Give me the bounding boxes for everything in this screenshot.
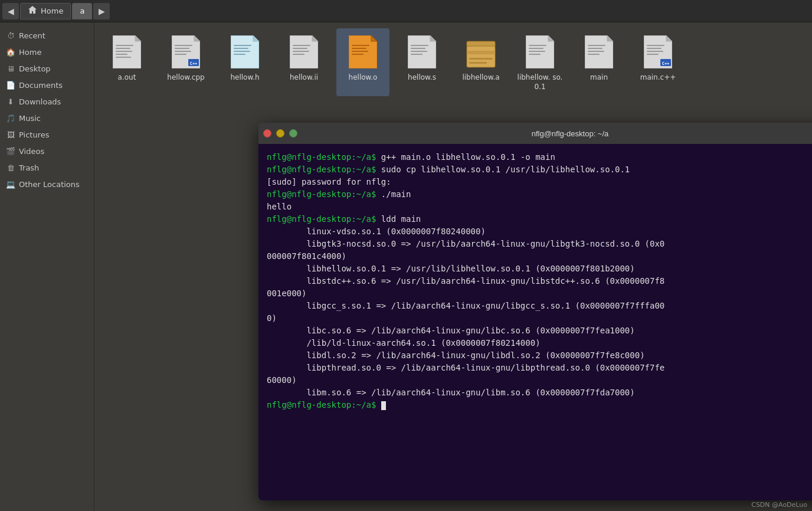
svg-marker-45 — [548, 35, 554, 41]
sidebar-label-home: Home — [19, 48, 41, 57]
file-label-main: main — [590, 73, 608, 83]
sidebar-label-videos: Videos — [19, 147, 44, 156]
term-line-12: libc.so.6 => /lib/aarch64-linux-gnu/libc… — [267, 325, 812, 337]
terminal-cursor — [381, 401, 386, 410]
svg-rect-55 — [588, 54, 600, 55]
desktop-icon: 🖥 — [6, 64, 15, 73]
svg-marker-51 — [607, 35, 613, 41]
term-cmd-4: ./main — [376, 189, 411, 199]
file-item-libhellow-a[interactable]: libhellow.a — [454, 28, 508, 96]
term-line-3: [sudo] password for nflg: — [267, 176, 812, 188]
term-line-2: nflg@nflg-desktop:~/a$ sudo cp libhellow… — [267, 163, 812, 176]
top-bar: ◀ Home a ▶ — [0, 0, 812, 22]
file-item-main-cpp[interactable]: C++ main.c++ — [631, 28, 685, 96]
terminal-body[interactable]: nflg@nflg-desktop:~/a$ g++ main.o libhel… — [258, 144, 812, 500]
pictures-icon: 🖼 — [6, 130, 15, 139]
recent-icon: ⏱ — [6, 31, 15, 40]
svg-rect-42 — [469, 58, 493, 60]
tab-home-label: Home — [41, 6, 63, 15]
file-icon-hellow-cpp: C++ — [167, 33, 205, 71]
file-item-hellow-h[interactable]: hellow.h — [218, 28, 271, 96]
back-button[interactable]: ◀ — [2, 3, 19, 19]
svg-rect-5 — [116, 54, 127, 55]
term-line-5: hello — [267, 201, 812, 213]
terminal-window: nflg@nflg-desktop: ~/a nflg@nflg-desktop… — [258, 123, 812, 500]
term-line-4: nflg@nflg-desktop:~/a$ ./main — [267, 188, 812, 201]
sidebar-label-other-locations: Other Locations — [19, 180, 80, 189]
sidebar-item-recent[interactable]: ⏱ Recent — [0, 27, 94, 44]
svg-marker-34 — [430, 35, 436, 41]
term-cmd-last — [376, 400, 381, 410]
file-icon-libhellow-a — [462, 33, 500, 71]
svg-rect-60 — [647, 51, 663, 52]
svg-rect-24 — [293, 48, 307, 49]
music-icon: 🎵 — [6, 113, 15, 123]
home-icon — [28, 5, 37, 17]
svg-rect-17 — [234, 45, 251, 46]
term-line-13: /lib/ld-linux-aarch64.so.1 (0x0000007f80… — [267, 337, 812, 349]
content-area: a.out C++ hellow.cpp — [94, 22, 812, 511]
window-close-button[interactable] — [263, 129, 271, 137]
svg-rect-49 — [529, 54, 541, 55]
sidebar-item-desktop[interactable]: 🖥 Desktop — [0, 60, 94, 77]
other-locations-icon: 💻 — [6, 179, 15, 189]
term-prompt-2: nflg@nflg-desktop:~/a$ — [267, 165, 376, 174]
home-nav-icon: 🏠 — [6, 47, 15, 57]
tab-a[interactable]: a — [72, 3, 92, 19]
sidebar-item-trash[interactable]: 🗑 Trash — [0, 159, 94, 176]
svg-rect-26 — [293, 54, 304, 55]
svg-rect-46 — [529, 45, 546, 46]
videos-icon: 🎬 — [6, 146, 15, 156]
svg-text:C++: C++ — [190, 61, 198, 66]
file-label-hellow-h: hellow.h — [230, 73, 259, 83]
file-item-hellow-s[interactable]: hellow.s — [395, 28, 448, 96]
svg-rect-18 — [234, 48, 248, 49]
svg-rect-20 — [234, 54, 245, 55]
file-item-hellow-o[interactable]: hellow.o — [336, 28, 389, 96]
svg-rect-2 — [116, 45, 133, 46]
term-line-6: nflg@nflg-desktop:~/a$ ldd main — [267, 213, 812, 225]
file-icon-a-out — [108, 33, 146, 71]
svg-rect-30 — [352, 48, 366, 49]
file-item-a-out[interactable]: a.out — [100, 28, 153, 96]
sidebar-item-documents[interactable]: 📄 Documents — [0, 77, 94, 93]
file-label-hellow-cpp: hellow.cpp — [167, 73, 204, 83]
svg-rect-36 — [411, 48, 425, 49]
svg-rect-59 — [647, 48, 662, 49]
downloads-icon: ⬇ — [6, 97, 15, 106]
svg-rect-48 — [529, 51, 545, 52]
sidebar-item-downloads[interactable]: ⬇ Downloads — [0, 93, 94, 110]
sidebar-item-music[interactable]: 🎵 Music — [0, 110, 94, 126]
file-icon-hellow-ii — [285, 33, 323, 71]
svg-marker-28 — [371, 35, 377, 41]
window-maximize-button[interactable] — [289, 129, 297, 137]
sidebar-label-pictures: Pictures — [19, 130, 49, 139]
term-prompt-last: nflg@nflg-desktop:~/a$ — [267, 400, 376, 410]
svg-rect-61 — [647, 54, 659, 55]
sidebar-item-videos[interactable]: 🎬 Videos — [0, 143, 94, 159]
sidebar-item-other-locations[interactable]: 💻 Other Locations — [0, 176, 94, 192]
file-item-main[interactable]: main — [572, 28, 626, 96]
svg-rect-19 — [234, 51, 250, 52]
sidebar-label-recent: Recent — [19, 31, 45, 40]
svg-marker-22 — [312, 35, 318, 41]
file-item-hellow-cpp[interactable]: C++ hellow.cpp — [159, 28, 212, 96]
svg-rect-38 — [411, 54, 423, 55]
svg-rect-47 — [529, 48, 543, 49]
tab-home[interactable]: Home — [20, 3, 71, 19]
svg-rect-52 — [588, 45, 605, 46]
file-item-libhellow-so[interactable]: libhellow. so.0.1 — [513, 28, 567, 96]
svg-rect-11 — [175, 51, 191, 52]
svg-marker-1 — [135, 35, 141, 41]
svg-rect-25 — [293, 51, 309, 52]
documents-icon: 📄 — [6, 80, 15, 90]
new-tab-button[interactable]: ▶ — [93, 3, 110, 19]
sidebar-item-pictures[interactable]: 🖼 Pictures — [0, 126, 94, 143]
svg-marker-8 — [194, 35, 200, 41]
file-label-a-out: a.out — [118, 73, 136, 83]
file-item-hellow-ii[interactable]: hellow.ii — [277, 28, 330, 96]
sidebar-item-home[interactable]: 🏠 Home — [0, 44, 94, 60]
file-icon-main-cpp: C++ — [639, 33, 677, 71]
svg-rect-54 — [588, 51, 604, 52]
window-minimize-button[interactable] — [276, 129, 284, 137]
